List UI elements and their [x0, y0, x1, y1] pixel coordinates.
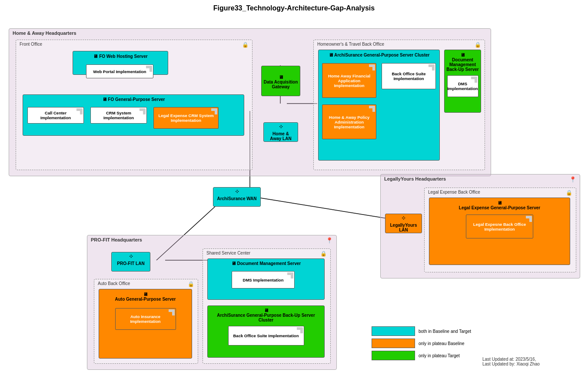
data-gateway-label: Data Acquisition Gateway	[263, 80, 298, 89]
pro-fit-label: PRO-FIT Headquarters	[91, 237, 142, 242]
legal-back-office-region: Legal Expense Back Office 🔒 🖥 Legal Expe…	[424, 188, 576, 272]
front-office-label: Front Office	[20, 42, 42, 47]
legend-cyan-box	[372, 326, 415, 336]
doc-mgmt-icon: 🖥	[460, 52, 465, 57]
last-updated: Last Updated at: 2023/5/16, Last Updated…	[482, 357, 540, 366]
back-office-suite-impl-proFit: Back Office Suite Implementation	[228, 326, 304, 345]
front-office-region: Front Office 🔒 🖥 FO Web Hosting Server W…	[16, 40, 252, 170]
shared-service-label: Shared Service Center	[206, 251, 250, 255]
pro-fit-region: PRO-FIT Headquarters 📍 ⁘ PRO-FIT LAN Aut…	[87, 235, 337, 370]
legal-back-office-label: Legal Expense Back Office	[428, 190, 480, 195]
pf-lan-label: PRO-FIT LAN	[117, 261, 144, 266]
fo-web-server-label: FO Web Hosting Server	[99, 54, 148, 59]
legend-item-green: only in plateau Target	[372, 351, 471, 360]
auto-gp-server: 🖥 Auto General-Purpose Server Auto Insur…	[99, 289, 192, 359]
legal-server-icon: 🖥	[497, 200, 502, 205]
auto-insurance-impl: Auto Insurance Implementation	[115, 308, 176, 330]
page: Figure33_Technology-Architecture-Gap-Ana…	[0, 0, 588, 379]
legal-expense-crm-impl: Legal Expense CRM System Implementation	[153, 107, 219, 129]
dm-server-label: Document Management Server	[237, 261, 301, 266]
home-away-region: Home & Away Headquarters Front Office 🔒 …	[9, 28, 491, 176]
lan-icon: ⁘	[279, 124, 283, 130]
legend-cyan-label: both in Baseline and Target	[419, 329, 471, 334]
legend-orange-box	[372, 339, 415, 348]
backup-cluster-label: ArchiSurance General-Purpose Back-Up Ser…	[209, 313, 322, 322]
auto-server-icon: 🖥	[143, 292, 148, 297]
pf-lan-icon: ⁘	[129, 254, 133, 259]
legend-orange-label: only in plateau Baseline	[419, 341, 465, 346]
dms-impl-backoffice: DMS Implementation	[447, 75, 478, 97]
legal-lock-icon: 🔒	[566, 190, 572, 196]
doc-mgmt-server: 🖥 Document Management Back-Up Server DMS…	[444, 50, 481, 113]
home-away-label: Home & Away Headquarters	[13, 30, 76, 36]
home-away-policy-impl: Home & Away Policy Administration Implem…	[322, 104, 376, 139]
ly-lan-label: LegallyYours LAN	[388, 223, 419, 232]
auto-back-office-region: Auto Back Office 🔒 🖥 Auto General-Purpos…	[94, 279, 198, 364]
home-away-financial-impl: Home Away Financial Application Implemen…	[322, 63, 376, 98]
home-away-lan: ⁘ Home & Away LAN	[263, 122, 298, 142]
legal-gp-server: 🖥 Legal Expense General-Purpose Server L…	[429, 198, 570, 265]
cluster-icon: 🖥	[329, 52, 333, 57]
legend-item-orange: only in plateau Baseline	[372, 339, 471, 348]
back-office-label: Homeowner's & Travel Back Office	[317, 42, 384, 47]
legend-green-label: only in plateau Target	[419, 353, 460, 358]
pro-fit-lan: ⁘ PRO-FIT LAN	[111, 252, 150, 272]
dm-server-icon: 🖥	[231, 261, 236, 266]
doc-mgmt-label: Document Management Back-Up Server	[446, 57, 479, 72]
back-office-lock-icon: 🔒	[475, 42, 481, 48]
last-updated-by: Last Updated by: Xiaoqi Zhao	[482, 362, 540, 366]
ly-lan-icon: ⁘	[401, 215, 406, 221]
fo-gp-server-icon: 🖥	[102, 97, 107, 102]
pro-fit-pin-icon: 📍	[326, 237, 333, 244]
legend-green-box	[372, 351, 415, 360]
auto-server-label: Auto General-Purpose Server	[115, 297, 176, 302]
legal-server-label: Legal Expense General-Purpose Server	[459, 205, 540, 210]
legal-expense-impl: Legal Expesne Back Office Implementation	[466, 215, 533, 238]
last-updated-date: Last Updated at: 2023/5/16,	[482, 357, 540, 362]
data-gateway-icon: 🖥	[279, 74, 283, 80]
fo-web-server-icon: 🖥	[93, 54, 98, 59]
legally-yours-label: LegallyYours Headquarters	[384, 176, 446, 181]
cluster-label: ArchiSurance General-Purpose Server Clus…	[334, 53, 430, 57]
doc-mgmt-server-proFit: 🖥 Document Management Server DMS Impleme…	[207, 258, 325, 300]
archisurance-backup-cluster: 🖥 ArchiSurance General-Purpose Back-Up S…	[207, 305, 325, 358]
back-office-region: Homeowner's & Travel Back Office 🔒 🖥 Arc…	[313, 40, 485, 170]
dms-impl-proFit: DMS Implementation	[232, 271, 295, 288]
backup-cluster-icon: 🖥	[264, 308, 269, 313]
auto-back-office-label: Auto Back Office	[98, 281, 130, 286]
archisurance-wan: ⁘ ArchiSurance WAN	[213, 187, 261, 207]
fo-gp-server-label: FO General-Purpose Server	[108, 97, 165, 102]
web-portal-impl: Web Portal Implementation	[86, 64, 153, 78]
home-away-lan-label: Home & Away LAN	[266, 131, 295, 141]
data-gateway-box: 🖥 Data Acquisition Gateway	[261, 66, 300, 96]
fo-web-server-box: 🖥 FO Web Hosting Server Web Portal Imple…	[73, 51, 168, 75]
crm-system-impl: CRM System Implementation	[90, 107, 147, 124]
legend-item-cyan: both in Baseline and Target	[372, 326, 471, 336]
legally-yours-pin-icon: 📍	[569, 176, 576, 183]
page-title: Figure33_Technology-Architecture-Gap-Ana…	[4, 4, 584, 12]
shared-service-region: Shared Service Center 🔒 🖥 Document Manag…	[203, 248, 331, 364]
archisurance-gp-cluster: 🖥 ArchiSurance General-Purpose Server Cl…	[318, 50, 440, 161]
legend: both in Baseline and Target only in plat…	[372, 326, 471, 363]
shared-lock-icon: 🔒	[320, 251, 327, 257]
front-office-lock-icon: 🔒	[242, 42, 249, 48]
back-office-suite-impl: Back Office Suite Implementation	[382, 63, 436, 89]
wan-icon: ⁘	[235, 189, 239, 195]
auto-lock-icon: 🔒	[188, 281, 194, 287]
fo-gp-server-box: 🖥 FO General-Purpose Server Call Center …	[23, 94, 244, 136]
legally-yours-region: LegallyYours Headquarters 📍 Legal Expens…	[380, 174, 580, 278]
legally-yours-lan: ⁘ LegallyYours LAN	[385, 214, 422, 233]
call-center-impl: Call Center Implementation	[27, 107, 84, 124]
wan-label: ArchiSurance WAN	[217, 196, 256, 201]
